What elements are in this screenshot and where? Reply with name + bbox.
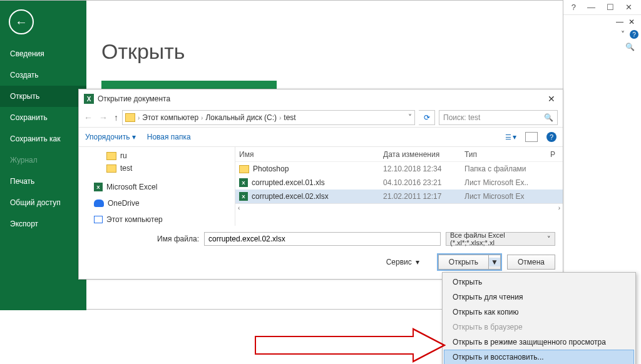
column-headers[interactable]: Имя Дата изменения Тип Р <box>235 147 563 162</box>
menu-item[interactable]: Открыть для чтения <box>444 290 634 305</box>
search-icon[interactable]: 🔍 <box>625 43 638 51</box>
h-scrollbar[interactable]: ‹› <box>235 203 563 212</box>
file-type: Лист Microsoft Ex.. <box>464 178 563 187</box>
sidebar-item[interactable]: Сохранить <box>0 107 86 128</box>
caret-down-icon: ▾ <box>513 133 516 141</box>
dialog-close-icon[interactable]: ✕ <box>545 94 558 104</box>
excel-file-icon: X <box>239 178 248 187</box>
file-type: Лист Microsoft Ex <box>464 192 563 201</box>
search-icon: 🔍 <box>544 113 553 122</box>
tree-item[interactable]: OneDrive <box>90 197 235 210</box>
menu-item[interactable]: Открыть в режиме защищенного просмотра <box>444 335 634 350</box>
tree-item-label: test <box>120 164 132 173</box>
view-list-icon[interactable]: ☰▾ <box>505 133 516 141</box>
recent-highlight <box>101 81 277 89</box>
cancel-button[interactable]: Отмена <box>507 255 555 270</box>
new-folder-button[interactable]: Новая папка <box>147 133 191 141</box>
file-list: Имя Дата изменения Тип Р Photoshop12.10.… <box>235 147 563 226</box>
breadcrumb[interactable]: test <box>284 113 295 122</box>
sidebar-item[interactable]: Открыть <box>0 86 86 107</box>
menu-item[interactable]: Открыть и восстановить... <box>444 350 634 364</box>
folder-tree[interactable]: rutestXMicrosoft ExcelOneDriveЭтот компь… <box>79 147 235 226</box>
chevron-right-icon: › <box>138 114 140 121</box>
chevron-down-icon: ˅ <box>547 235 551 243</box>
file-date: 12.10.2018 12:34 <box>383 164 464 173</box>
dialog-title: Открытие документа <box>98 94 170 103</box>
sec-minimize-icon[interactable]: — <box>616 18 623 26</box>
help-circle-icon[interactable]: ? <box>630 30 638 39</box>
breadcrumb[interactable]: Этот компьютер <box>142 113 198 122</box>
minimize-icon[interactable]: — <box>587 3 595 12</box>
secondary-window-controls: — ✕ ˅ ? 🔍 <box>570 18 638 51</box>
file-row[interactable]: Xcorrupted.excel.01.xls04.10.2016 23:21Л… <box>235 176 563 190</box>
excel-icon: X <box>94 183 103 191</box>
sidebar-item[interactable]: Сведения <box>0 43 86 64</box>
col-end[interactable]: Р <box>550 150 563 159</box>
tree-item[interactable]: Этот компьютер <box>90 213 235 226</box>
help-icon[interactable]: ? <box>546 132 556 142</box>
col-date[interactable]: Дата изменения <box>383 150 464 159</box>
file-name: Photoshop <box>253 164 289 173</box>
open-dropdown-menu: ОткрытьОткрыть для чтенияОткрыть как коп… <box>442 272 636 364</box>
open-file-dialog: X Открытие документа ✕ ← → ↑ › Этот комп… <box>78 89 563 280</box>
cloud-icon <box>94 200 104 207</box>
excel-file-icon: X <box>239 192 248 201</box>
chevron-down-icon[interactable]: ˅ <box>621 30 625 39</box>
filename-input[interactable] <box>204 232 441 246</box>
chevron-right-icon: › <box>279 114 281 121</box>
filename-label: Имя файла: <box>86 235 199 243</box>
service-menu[interactable]: Сервис▾ <box>386 258 419 266</box>
open-dropdown-caret[interactable]: ▼ <box>489 258 500 266</box>
sidebar-item[interactable]: Создать <box>0 64 86 86</box>
backstage-sidebar: ← СведенияСоздатьОткрытьСохранитьСохрани… <box>0 1 86 310</box>
sidebar-item[interactable]: Общий доступ <box>0 192 86 213</box>
tree-item[interactable]: XMicrosoft Excel <box>90 181 235 193</box>
tree-item-label: Microsoft Excel <box>106 183 157 191</box>
sidebar-item[interactable]: Журнал <box>0 149 86 171</box>
file-date: 04.10.2016 23:21 <box>383 178 464 187</box>
file-row[interactable]: Photoshop12.10.2018 12:34Папка с файлами <box>235 162 563 176</box>
col-type[interactable]: Тип <box>464 150 550 159</box>
open-split-button[interactable]: Открыть ▼ <box>438 255 501 270</box>
tree-item[interactable]: test <box>103 162 235 174</box>
sidebar-item[interactable]: Сохранить как <box>0 128 86 149</box>
tree-item[interactable]: ru <box>103 149 235 162</box>
folder-icon <box>125 113 135 122</box>
tree-item-label: OneDrive <box>108 199 140 208</box>
nav-fwd-icon: → <box>99 113 108 123</box>
sidebar-item[interactable]: Печать <box>0 171 86 192</box>
col-name[interactable]: Имя <box>239 150 383 159</box>
refresh-button[interactable]: ⟳ <box>419 110 435 125</box>
chevron-down-icon[interactable]: ˅ <box>408 113 412 122</box>
organize-menu[interactable]: Упорядочить ▾ <box>85 133 136 141</box>
file-filter[interactable]: Все файлы Excel (*.xl*;*.xlsx;*.xl˅ <box>446 232 555 246</box>
file-row[interactable]: Xcorrupted.excel.02.xlsx21.02.2011 12:17… <box>235 190 563 203</box>
file-name: corrupted.excel.01.xls <box>252 178 325 187</box>
caret-down-icon: ▾ <box>416 258 419 266</box>
search-input[interactable]: Поиск: test 🔍 <box>439 110 558 125</box>
help-icon[interactable]: ? <box>572 3 576 12</box>
folder-icon <box>106 152 116 160</box>
open-button[interactable]: Открыть <box>439 255 489 269</box>
menu-item[interactable]: Открыть как копию <box>444 305 634 320</box>
sidebar-item[interactable]: Экспорт <box>0 213 86 235</box>
maximize-icon[interactable]: ☐ <box>607 3 614 12</box>
page-title: Открыть <box>101 39 185 64</box>
close-icon[interactable]: ✕ <box>625 3 632 12</box>
back-button[interactable]: ← <box>9 9 34 34</box>
folder-icon <box>239 165 249 173</box>
breadcrumb[interactable]: Локальный диск (C:) <box>205 113 277 122</box>
folder-icon <box>106 164 116 173</box>
nav-back-icon[interactable]: ← <box>84 113 93 123</box>
excel-icon: X <box>84 94 94 104</box>
tree-item-label: Этот компьютер <box>106 215 163 224</box>
nav-up-icon[interactable]: ↑ <box>114 113 118 123</box>
preview-pane-icon[interactable] <box>525 132 538 142</box>
menu-item[interactable]: Открыть <box>444 275 634 290</box>
sec-close-icon[interactable]: ✕ <box>628 18 638 26</box>
address-bar[interactable]: › Этот компьютер › Локальный диск (C:) ›… <box>122 110 415 125</box>
file-date: 21.02.2011 12:17 <box>383 192 464 201</box>
chevron-right-icon: › <box>201 114 203 121</box>
tree-item-label: ru <box>120 151 127 160</box>
file-name: corrupted.excel.02.xlsx <box>252 192 329 201</box>
